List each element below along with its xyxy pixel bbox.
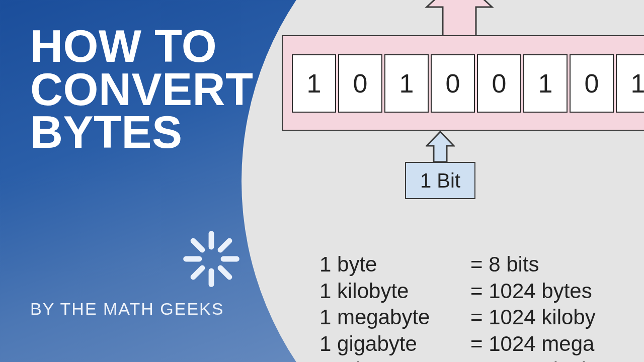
table-row: 1 gigabyte = 1024 mega [319, 331, 596, 357]
bit-cell: 0 [477, 54, 521, 113]
conv-unit: 1 byte [319, 251, 470, 278]
svg-marker-8 [427, 0, 492, 36]
conv-value: = 8 bits [470, 251, 539, 278]
bit-label-box: 1 Bit [405, 162, 475, 199]
bit-cell: 1 [616, 54, 644, 113]
byline: BY THE MATH GEEKS [30, 299, 224, 319]
sparkle-icon [181, 229, 242, 289]
conv-value: = 1024 kiloby [470, 304, 596, 331]
conv-value: = 1024 bytes [470, 278, 592, 305]
bit-arrow-up-icon [426, 131, 455, 162]
table-row: 1 kilobyte = 1024 bytes [319, 278, 596, 305]
svg-marker-9 [427, 132, 454, 162]
bit-row: 1 0 1 0 0 1 0 1 [292, 54, 644, 113]
conv-unit: 1 megabyte [319, 304, 470, 331]
bit-label-text: 1 Bit [420, 169, 460, 192]
bit-cell: 0 [338, 54, 382, 113]
title-line-2: CONVERT [30, 68, 254, 112]
title-line-1: HOW TO [30, 25, 254, 68]
bit-cell: 1 [292, 54, 336, 113]
table-row: 1 megabyte = 1024 kiloby [319, 304, 596, 331]
svg-line-4 [193, 241, 202, 250]
conv-value: = 1024 mega [470, 331, 594, 357]
conv-unit: 1 gigabyte [319, 331, 470, 357]
conv-unit: 1 kilobyte [319, 278, 470, 305]
main-title: HOW TO CONVERT BYTES [30, 25, 254, 154]
bit-cell: 1 [384, 54, 429, 113]
svg-line-7 [193, 268, 202, 277]
bit-cell: 1 [523, 54, 568, 113]
conv-value: = 1024 gigab [470, 357, 593, 362]
byte-arrow-up-icon [412, 0, 507, 36]
conversion-table: 1 byte = 8 bits 1 kilobyte = 1024 bytes … [319, 251, 596, 362]
table-row: terabyte = 1024 gigab [319, 357, 596, 362]
bit-cell: 0 [431, 54, 475, 113]
bit-cell: 0 [570, 54, 614, 113]
svg-line-5 [220, 268, 229, 277]
svg-line-6 [220, 241, 229, 250]
title-line-3: BYTES [30, 111, 254, 154]
table-row: 1 byte = 8 bits [319, 251, 596, 278]
thumbnail-stage: HOW TO CONVERT BYTES BY THE MATH GEEKS 1… [0, 0, 644, 362]
conv-unit: terabyte [319, 357, 470, 362]
